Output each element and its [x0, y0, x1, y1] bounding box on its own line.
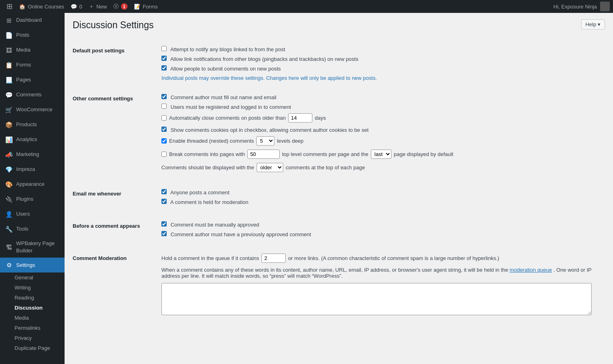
ocs-check5-input[interactable]: [161, 138, 167, 144]
sidebar-item-marketing[interactable]: 📣Marketing: [0, 147, 65, 162]
sidebar-item-media[interactable]: 🖼Media: [0, 43, 65, 58]
submenu-item-general[interactable]: General: [0, 272, 65, 283]
sidebar-item-appearance[interactable]: 🎨Appearance: [0, 177, 65, 192]
ocs-check2-label: Users must be registered and logged in t…: [161, 104, 605, 110]
submenu-item-writing[interactable]: Writing: [0, 283, 65, 293]
close-days-input[interactable]: [288, 113, 312, 123]
sidebar-item-comments[interactable]: 💬Comments: [0, 87, 65, 102]
ocs-check1-label: Comment author must fill out name and em…: [161, 94, 605, 100]
other-comment-settings-content: Comment author must fill out name and em…: [161, 87, 605, 183]
submenu-item-reading[interactable]: Reading: [0, 293, 65, 303]
email-whenever-content: Anyone posts a comment A comment is held…: [161, 183, 605, 215]
sidebar-item-label-posts: Posts: [16, 31, 60, 39]
sidebar-item-users[interactable]: 👤Users: [0, 207, 65, 222]
ocs-check1-input[interactable]: [161, 94, 167, 99]
sidebar-item-settings[interactable]: ⚙Settings: [0, 258, 65, 272]
dashboard-icon: ⊞: [5, 16, 13, 25]
wp-logo: ⊞: [3, 2, 16, 11]
default-post-settings-content: Attempt to notify any blogs linked to fr…: [161, 40, 605, 87]
default-post-settings-row: Default post settings Attempt to notify …: [73, 40, 605, 87]
vc-icon: Ⓥ: [113, 3, 119, 10]
greeting-text: Hi, Exposure Ninja: [553, 4, 600, 10]
sidebar-item-label-impreza: Impreza: [16, 166, 60, 173]
sidebar-item-label-media: Media: [16, 46, 60, 54]
sidebar-item-pages[interactable]: 📃Pages: [0, 73, 65, 87]
display-order-select[interactable]: oldernewer: [257, 163, 283, 172]
appearance-icon: 🎨: [5, 180, 13, 189]
pages-order-select[interactable]: firstlast: [371, 150, 391, 159]
site-name-link[interactable]: 🏠 Online Courses: [16, 0, 67, 13]
pages-per-input[interactable]: [247, 150, 280, 159]
avatar[interactable]: [600, 2, 610, 11]
sidebar-item-posts[interactable]: 📄Posts: [0, 28, 65, 43]
forms-icon: 📋: [5, 61, 13, 69]
other-comment-settings-label: Other comment settings: [73, 87, 161, 183]
sidebar-item-label-forms: Forms: [16, 61, 60, 69]
before-comment-row: Before a comment appears Comment must be…: [73, 215, 605, 247]
moderation-queue-link[interactable]: moderation queue: [510, 267, 552, 273]
sidebar-item-products[interactable]: 📦Products: [0, 117, 65, 132]
check2-label: Allow link notifications from other blog…: [161, 56, 605, 62]
email-check2-input[interactable]: [161, 199, 167, 204]
visual-composer-link[interactable]: Ⓥ 1: [110, 0, 131, 13]
before-check2-input[interactable]: [161, 231, 167, 236]
submenu-item-permalinks[interactable]: Permalinks: [0, 323, 65, 333]
sidebar-item-forms[interactable]: 📋Forms: [0, 58, 65, 73]
sidebar-item-label-users: Users: [16, 210, 60, 218]
ocs-check4-input[interactable]: [161, 127, 167, 132]
comments-link[interactable]: 💬 0: [67, 0, 86, 13]
ocs-check6-input[interactable]: [161, 152, 167, 157]
settings-icon: ⚙: [5, 261, 13, 269]
ocs-check4-label: Show comments cookies opt in checkbox, a…: [161, 127, 605, 133]
sidebar-item-dashboard[interactable]: ⊞Dashboard: [0, 13, 65, 28]
woocommerce-icon: 🛒: [5, 106, 13, 114]
sidebar-item-wpbakery[interactable]: 🏗WPBakery Page Builder: [0, 237, 65, 258]
check2-input[interactable]: [161, 56, 167, 61]
sidebar-item-label-analytics: Analytics: [16, 136, 60, 143]
analytics-icon: 📊: [5, 135, 13, 144]
form-table: Default post settings Attempt to notify …: [73, 40, 605, 323]
sidebar-item-analytics[interactable]: 📊Analytics: [0, 132, 65, 147]
threaded-levels-select[interactable]: 2345 678910: [256, 136, 274, 146]
sidebar-item-tools[interactable]: 🔧Tools: [0, 222, 65, 237]
forms-link[interactable]: 📝 Forms: [131, 0, 161, 13]
products-icon: 📦: [5, 121, 13, 129]
email-whenever-row: Email me whenever Anyone posts a comment…: [73, 183, 605, 215]
check3-input[interactable]: [161, 65, 167, 71]
posts-icon: 📄: [5, 31, 13, 40]
ocs-check3-input[interactable]: [161, 115, 167, 121]
submenu-item-duplicate_page[interactable]: Duplicate Page: [0, 343, 65, 353]
admin-bar: ⊞ 🏠 Online Courses 💬 0 ＋ New Ⓥ 1 📝 Forms…: [0, 0, 613, 13]
hold-links-input[interactable]: [262, 254, 286, 263]
sidebar-item-impreza[interactable]: 💎Impreza: [0, 162, 65, 177]
check1-label: Attempt to notify any blogs linked to fr…: [161, 46, 605, 52]
media-icon: 🖼: [5, 46, 13, 54]
submenu-item-privacy[interactable]: Privacy: [0, 333, 65, 343]
sidebar-item-label-dashboard: Dashboard: [16, 17, 60, 24]
sidebar-item-woocommerce[interactable]: 🛒WooCommerce: [0, 102, 65, 117]
tools-icon: 🔧: [5, 225, 13, 233]
admin-menu: ⊞Dashboard📄Posts🖼Media📋Forms📃Pages💬Comme…: [0, 13, 65, 364]
submenu-item-discussion[interactable]: Discussion: [0, 303, 65, 313]
new-content-link[interactable]: ＋ New: [86, 0, 110, 13]
break-comments-line: Break comments into pages with top level…: [161, 150, 605, 159]
ocs-check2-input[interactable]: [161, 104, 167, 109]
check1-input[interactable]: [161, 46, 167, 51]
before-check1-label: Comment must be manually approved: [161, 221, 605, 228]
impreza-icon: 💎: [5, 165, 13, 174]
site-name-icon: 🏠: [19, 4, 25, 10]
sidebar-item-label-settings: Settings: [16, 262, 60, 269]
moderation-textarea[interactable]: [161, 283, 592, 315]
moderation-hold-line: Hold a comment in the queue if it contai…: [161, 254, 605, 263]
sidebar-item-label-plugins: Plugins: [16, 196, 60, 203]
main-content: Help ▾ Discussion Settings Default post …: [65, 13, 613, 364]
sidebar-item-plugins[interactable]: 🔌Plugins: [0, 192, 65, 207]
before-check1-input[interactable]: [161, 221, 167, 227]
submenu-item-media[interactable]: Media: [0, 313, 65, 323]
pages-icon: 📃: [5, 76, 13, 84]
help-button[interactable]: Help ▾: [581, 19, 605, 29]
sidebar-item-label-pages: Pages: [16, 76, 60, 83]
email-check1-input[interactable]: [161, 189, 167, 194]
sidebar-item-label-woocommerce: WooCommerce: [16, 106, 60, 113]
users-icon: 👤: [5, 210, 13, 218]
